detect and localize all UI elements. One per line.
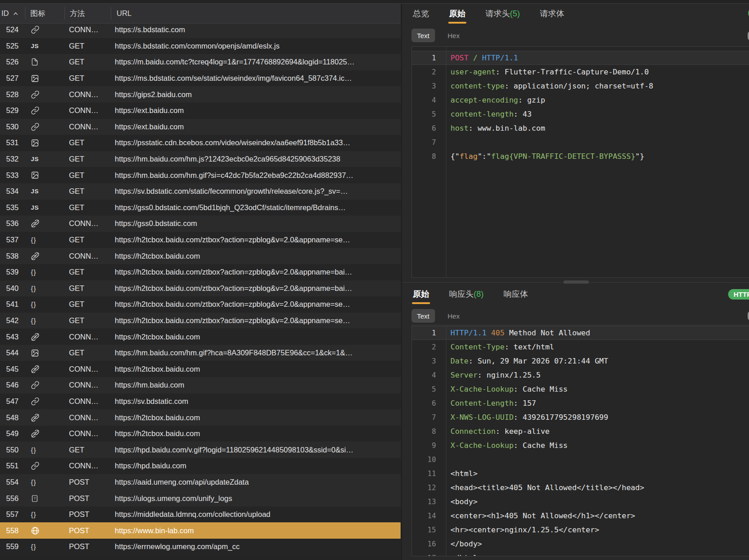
splitter-handle[interactable] [563,280,589,284]
table-row[interactable]: 546CONN…https://hm.baidu.com [0,377,401,393]
row-url: https://h2tcbox.baidu.com [111,252,401,260]
table-row[interactable]: 545CONN…https://h2tcbox.baidu.com [0,361,401,377]
table-row[interactable]: 557{}POSThttps://middledata.ldmnq.com/co… [0,506,401,523]
table-row[interactable]: 529CONN…https://ext.baidu.com [0,103,401,119]
table-row[interactable]: 554{}POSThttps://aaid.umeng.com/api/upda… [0,474,401,491]
table-row[interactable]: 533GEThttps://hm.baidu.com/hm.gif?si=c42… [0,167,401,183]
row-method: GET [64,58,111,66]
row-url: https://hm.baidu.com/hm.gif?si=c42dc7b5f… [111,171,401,180]
table-row[interactable]: 550{}GEThttps://hpd.baidu.com/v.gif?logi… [0,442,401,458]
json-icon: {} [31,268,36,276]
column-header-url[interactable]: URL [111,4,401,23]
line-content: HTTP/1.1 405 Method Not Allowed [446,329,590,337]
hex-view-button[interactable]: Hex [442,309,465,323]
table-row[interactable]: 525JSGEThttps://s.bdstatic.com/common/op… [0,38,401,54]
table-row[interactable]: 543CONN…https://h2tcbox.baidu.com [0,329,401,345]
image-icon [31,139,39,147]
line-content: user-agent: Flutter-Traffic-Capture-Demo… [446,68,649,76]
row-url: https://gss0.bdstatic.com/5bd1bjqh_Q23od… [111,203,401,212]
table-row[interactable]: 535JSGEThttps://gss0.bdstatic.com/5bd1bj… [0,200,401,216]
table-row[interactable]: 541{}GEThttps://h2tcbox.baidu.com/ztbox?… [0,296,401,313]
table-row[interactable]: 537{}GEThttps://h2tcbox.baidu.com/ztbox?… [0,232,401,248]
row-id: 528 [0,90,25,99]
link-off-icon [31,365,39,373]
column-header-icon[interactable]: 图标 [25,4,64,23]
row-type-icon [25,349,64,357]
row-url: https://gss0.bdstatic.com [111,219,401,228]
line-content: <html> [446,469,478,478]
row-type-icon: {} [25,300,64,308]
row-url: https://h2tcbox.baidu.com/ztbox?action=z… [111,300,401,309]
table-row[interactable]: 559{}POSThttps://errnewlog.umeng.com/apm… [0,539,401,555]
table-row[interactable]: 551CONN…https://hpd.baidu.com [0,458,401,474]
text-view-button[interactable]: Text [411,29,435,42]
row-type-icon: JS [25,156,64,162]
response-view-toggle: Text Hex [402,309,465,323]
js-icon: JS [31,204,39,211]
tab-request-headers[interactable]: 请求头(5) [485,8,520,19]
row-url: https://h2tcbox.baidu.com/ztbox?action=z… [111,268,401,276]
table-row[interactable]: 544GEThttps://hm.baidu.com/hm.gif?hca=8A… [0,345,401,361]
code-line: 1POST / HTTP/1.1 [412,51,749,65]
table-row[interactable]: 528CONN…https://gips2.baidu.com [0,86,401,103]
row-method: GET [64,187,111,196]
line-number: 6 [412,124,446,133]
row-id: 547 [0,397,25,406]
table-row[interactable]: 542{}GEThttps://h2tcbox.baidu.com/ztbox?… [0,313,401,329]
link-off-icon [31,413,39,422]
tab-request-body[interactable]: 请求体 [540,8,564,19]
row-type-icon [25,106,64,115]
row-type-icon [25,139,64,147]
row-method: GET [64,316,111,325]
line-number: 14 [412,512,446,520]
column-header-id[interactable]: ID [0,4,25,23]
tab-raw[interactable]: 原始 [449,8,465,19]
table-row[interactable]: 558POSThttps://www.bin-lab.com [0,522,401,539]
tab-response-headers[interactable]: 响应头(8) [449,289,484,300]
gutter-divider [446,325,446,556]
tab-overview[interactable]: 总览 [413,8,429,19]
row-type-icon: {} [25,543,64,550]
table-row[interactable]: 549CONN…https://h2tcbox.baidu.com [0,426,401,442]
table-row[interactable]: 538CONN…https://h2tcbox.baidu.com [0,248,401,264]
table-row[interactable]: 547CONN…https://sv.bdstatic.com [0,393,401,410]
row-id: 541 [0,300,25,309]
row-id: 538 [0,252,25,260]
table-row[interactable]: 527GEThttps://ms.bdstatic.com/se/static/… [0,70,401,87]
row-id: 546 [0,381,25,389]
table-row[interactable]: 536CONN…https://gss0.bdstatic.com [0,216,401,232]
table-row[interactable]: 526GEThttps://m.baidu.com/tc?tcreq4log=1… [0,54,401,70]
link-icon [31,381,39,389]
table-row[interactable]: 532JSGEThttps://hm.baidu.com/hm.js?12423… [0,151,401,167]
table-row[interactable]: 539{}GEThttps://h2tcbox.baidu.com/ztbox?… [0,264,401,280]
row-method: POST [64,542,111,551]
row-type-icon: JS [25,204,64,211]
response-raw-view[interactable]: 1HTTP/1.1 405 Method Not Allowed2Content… [411,325,749,556]
row-type-icon [25,25,64,34]
request-raw-view[interactable]: 1POST / HTTP/1.12user-agent: Flutter-Tra… [411,46,749,278]
table-row[interactable]: 530CONN…https://ext.baidu.com [0,119,401,135]
table-row[interactable]: 524CONN…https://s.bdstatic.com [0,22,401,38]
table-row[interactable]: 540{}GEThttps://h2tcbox.baidu.com/ztbox?… [0,280,401,297]
row-type-icon: {} [25,317,64,324]
code-line: 5content-length: 43 [412,107,749,121]
response-tabs: 原始响应头(8)响应体 [402,284,749,304]
text-view-button[interactable]: Text [411,309,435,323]
column-header-method[interactable]: 方法 [64,4,111,23]
tab-response-body[interactable]: 响应体 [504,289,528,300]
row-type-icon [25,58,64,66]
row-id: 524 [0,25,25,34]
tab-raw[interactable]: 原始 [413,289,429,300]
line-content: Content-Length: 157 [446,399,536,408]
request-tabs: 总览原始请求头(5)请求体 [402,4,749,24]
row-method: GET [64,138,111,147]
link-icon [31,90,39,99]
table-row[interactable]: 548CONN…https://h2tcbox.baidu.com [0,409,401,426]
table-row[interactable]: 534JSGEThttps://sv.bdstatic.com/static/f… [0,183,401,200]
json-icon: {} [31,285,36,292]
row-type-icon [25,171,64,179]
hex-view-button[interactable]: Hex [442,29,465,42]
table-row[interactable]: 556?POSThttps://ulogs.umeng.com/unify_lo… [0,490,401,506]
column-id-label: ID [1,9,9,18]
table-row[interactable]: 531GEThttps://psstatic.cdn.bcebos.com/vi… [0,135,401,151]
